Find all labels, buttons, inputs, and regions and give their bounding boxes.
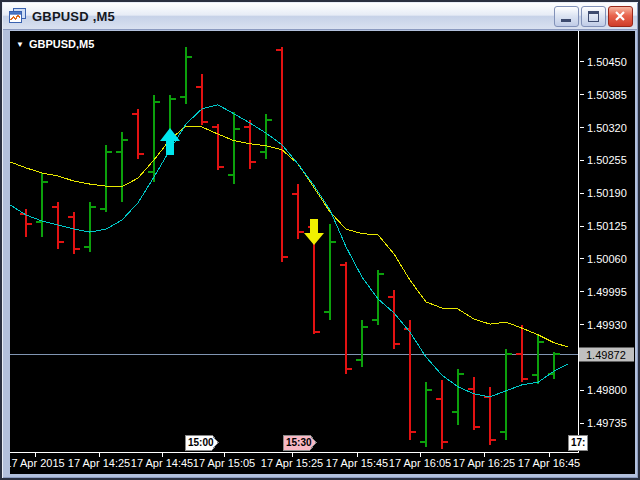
time-flag: 15:30 xyxy=(283,435,316,450)
ohlc-bar-up xyxy=(324,224,336,320)
symbol-label-row: ▼ GBPUSD,M5 xyxy=(16,38,94,50)
down-signal-arrow-icon xyxy=(304,219,324,245)
price-axis-label: 1.49995 xyxy=(587,286,627,298)
ohlc-bar-up xyxy=(500,349,512,440)
time-axis-label: 17 Apr 15:05 xyxy=(193,457,255,469)
price-axis-label: 1.49930 xyxy=(587,319,627,331)
current-price-tag-label: 1.49872 xyxy=(586,349,626,361)
time-axis-label: 17 Apr 14:25 xyxy=(68,457,130,469)
time-axis-label: 17 Apr 15:25 xyxy=(261,457,323,469)
chart-window: GBPUSD ,M5 ▼ GBPUSD,M5 1.504501.503851.5… xyxy=(0,0,640,480)
chart-window-icon xyxy=(9,8,27,24)
time-axis-label: 17 Apr 14:45 xyxy=(131,457,193,469)
ohlc-bar-down xyxy=(68,212,80,254)
price-axis-label: 1.50450 xyxy=(587,56,627,68)
ohlc-bar-up xyxy=(228,112,240,184)
ohlc-bar-up xyxy=(84,202,96,252)
price-axis-label: 1.50255 xyxy=(587,154,627,166)
maximize-button[interactable] xyxy=(581,6,606,27)
price-axis-label: 1.49735 xyxy=(587,417,627,429)
symbol-label: GBPUSD,M5 xyxy=(29,38,94,50)
minimize-icon xyxy=(561,19,571,22)
window-controls xyxy=(552,6,633,27)
ohlc-bar-up xyxy=(356,320,368,367)
time-flag-label: 15:30 xyxy=(286,437,312,448)
time-axis-label: 17 Apr 2015 xyxy=(10,457,65,469)
close-icon xyxy=(614,11,626,22)
time-flag-label: 17: xyxy=(571,437,585,448)
window-title: GBPUSD ,M5 xyxy=(32,9,552,24)
price-axis-label: 1.50190 xyxy=(587,187,627,199)
ohlc-bar-down xyxy=(516,325,528,382)
ma-line-cyan xyxy=(10,105,568,397)
ohlc-bar-down xyxy=(20,209,32,237)
price-axis-label: 1.50320 xyxy=(587,122,627,134)
ma-line-yellow xyxy=(10,126,568,347)
time-flag: 17: xyxy=(568,435,587,450)
time-axis-label: 17 Apr 16:05 xyxy=(389,457,451,469)
ohlc-bar-up xyxy=(548,352,560,379)
ohlc-bar-up xyxy=(116,132,128,202)
ohlc-bar-up xyxy=(372,270,384,325)
maximize-icon xyxy=(588,11,599,22)
dropdown-arrow-icon[interactable]: ▼ xyxy=(16,41,24,49)
title-bar[interactable]: GBPUSD ,M5 xyxy=(3,3,637,30)
time-axis-label: 17 Apr 16:25 xyxy=(453,457,515,469)
chart-client[interactable]: ▼ GBPUSD,M5 1.504501.503851.503201.50255… xyxy=(10,31,635,474)
minimize-button[interactable] xyxy=(554,6,579,27)
price-axis-label: 1.50125 xyxy=(587,220,627,232)
ohlc-bar-up xyxy=(36,173,48,237)
ohlc-bar-up xyxy=(532,334,544,384)
close-button[interactable] xyxy=(608,6,633,27)
time-axis-label: 17 Apr 16:45 xyxy=(518,457,580,469)
ohlc-bar-up xyxy=(180,47,192,104)
time-flag-label: 15:00 xyxy=(188,437,214,448)
price-axis-label: 1.50385 xyxy=(587,89,627,101)
ohlc-bar-down xyxy=(436,380,448,449)
ohlc-bar-up xyxy=(100,145,112,212)
time-flag: 15:00 xyxy=(185,435,218,450)
price-axis-label: 1.49800 xyxy=(587,384,627,396)
ohlc-bar-up xyxy=(452,369,464,425)
ohlc-bar-down xyxy=(388,290,400,349)
ohlc-bar-down xyxy=(292,184,304,239)
ohlc-bar-down xyxy=(276,47,288,262)
ohlc-bar-down xyxy=(340,262,352,374)
up-signal-arrow-icon xyxy=(160,128,180,155)
ohlc-bar-down xyxy=(468,377,480,430)
ohlc-bar-down xyxy=(196,74,208,125)
ohlc-bar-down xyxy=(212,124,224,170)
price-chart[interactable]: 1.504501.503851.503201.502551.501901.501… xyxy=(10,31,635,474)
price-axis-label: 1.50060 xyxy=(587,253,627,265)
ohlc-bar-up xyxy=(420,382,432,447)
ohlc-bar-down xyxy=(132,109,144,159)
time-axis-label: 17 Apr 15:45 xyxy=(326,457,388,469)
